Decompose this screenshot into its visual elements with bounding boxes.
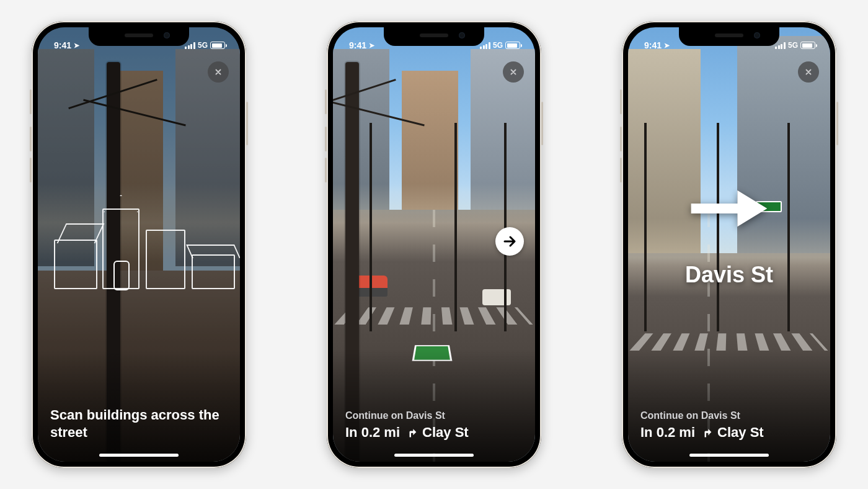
location-services-icon: ➤ bbox=[74, 42, 79, 50]
close-button[interactable] bbox=[798, 61, 819, 83]
clock-text: 9:41 bbox=[54, 40, 71, 50]
location-services-icon: ➤ bbox=[369, 42, 374, 50]
status-time: 9:41 ➤ bbox=[642, 36, 670, 55]
status-time: 9:41 ➤ bbox=[347, 36, 374, 55]
home-indicator[interactable] bbox=[689, 454, 769, 457]
bottom-gradient bbox=[38, 350, 240, 462]
screen: 9:41 ➤ 5G Scan buildings across the stre… bbox=[38, 27, 240, 462]
speaker-grille bbox=[420, 34, 448, 37]
scan-buildings-illustration bbox=[54, 184, 224, 289]
battery-icon bbox=[505, 42, 520, 49]
turn-right-icon bbox=[700, 426, 712, 439]
ar-direction-arrow bbox=[686, 184, 773, 236]
status-indicators: 5G bbox=[185, 36, 226, 55]
close-button[interactable] bbox=[503, 61, 524, 83]
clock-text: 9:41 bbox=[644, 40, 662, 50]
phone-outline-icon bbox=[113, 261, 130, 290]
distance-text: In 0.2 mi bbox=[345, 424, 400, 441]
distance-text: In 0.2 mi bbox=[640, 424, 695, 441]
speaker-grille bbox=[125, 34, 153, 37]
cellular-signal-icon bbox=[480, 42, 490, 49]
network-type: 5G bbox=[788, 41, 798, 50]
front-camera bbox=[459, 32, 465, 38]
home-indicator[interactable] bbox=[99, 454, 179, 457]
status-indicators: 5G bbox=[775, 36, 817, 55]
front-camera bbox=[754, 32, 760, 38]
phone-mockup-nav-ar: 9:41 ➤ 5G Davis St Continue on Davis St … bbox=[622, 21, 836, 468]
next-turn-line: In 0.2 mi Clay St bbox=[345, 424, 523, 441]
phone-mockup-nav-small: 9:41 ➤ 5G Continue on Davis St In 0.2 mi bbox=[327, 21, 541, 468]
screen: 9:41 ➤ 5G Continue on Davis St In 0.2 mi bbox=[333, 27, 535, 462]
battery-icon bbox=[210, 42, 225, 49]
building-outline-icon bbox=[146, 230, 185, 289]
home-indicator[interactable] bbox=[394, 454, 474, 457]
close-icon bbox=[509, 68, 518, 76]
battery-icon bbox=[800, 42, 815, 49]
turn-street-text: Clay St bbox=[717, 424, 764, 441]
cellular-signal-icon bbox=[185, 42, 195, 49]
status-time: 9:41 ➤ bbox=[51, 36, 79, 55]
location-services-icon: ➤ bbox=[664, 42, 670, 50]
continue-line: Continue on Davis St bbox=[640, 410, 818, 421]
close-button[interactable] bbox=[208, 61, 229, 83]
clock-text: 9:41 bbox=[349, 40, 366, 50]
scan-instruction-text: Scan buildings across the street bbox=[50, 406, 228, 441]
speaker-grille bbox=[715, 34, 743, 37]
turn-street-text: Clay St bbox=[422, 424, 469, 441]
screen: 9:41 ➤ 5G Davis St Continue on Davis St … bbox=[628, 27, 830, 462]
network-type: 5G bbox=[493, 41, 503, 50]
phone-mockup-scan: 9:41 ➤ 5G Scan buildings across the stre… bbox=[32, 21, 246, 468]
network-type: 5G bbox=[198, 41, 208, 50]
status-indicators: 5G bbox=[480, 36, 521, 55]
close-icon bbox=[214, 68, 223, 76]
turn-right-icon bbox=[405, 426, 417, 439]
close-icon bbox=[804, 68, 813, 76]
arrow-right-icon bbox=[502, 234, 517, 249]
next-turn-line: In 0.2 mi Clay St bbox=[640, 424, 818, 441]
direction-indicator[interactable] bbox=[495, 227, 524, 256]
ar-street-label: Davis St bbox=[685, 262, 773, 288]
bottom-gradient bbox=[628, 350, 830, 462]
bottom-gradient bbox=[333, 350, 535, 462]
cellular-signal-icon bbox=[775, 42, 786, 49]
building-outline-icon bbox=[54, 240, 97, 289]
building-outline-icon bbox=[192, 254, 235, 289]
navigation-caption: Continue on Davis St In 0.2 mi Clay St bbox=[345, 410, 523, 441]
continue-line: Continue on Davis St bbox=[345, 410, 523, 421]
front-camera bbox=[164, 32, 170, 38]
arrow-right-large-icon bbox=[686, 184, 773, 233]
navigation-caption: Continue on Davis St In 0.2 mi Clay St bbox=[640, 410, 818, 441]
